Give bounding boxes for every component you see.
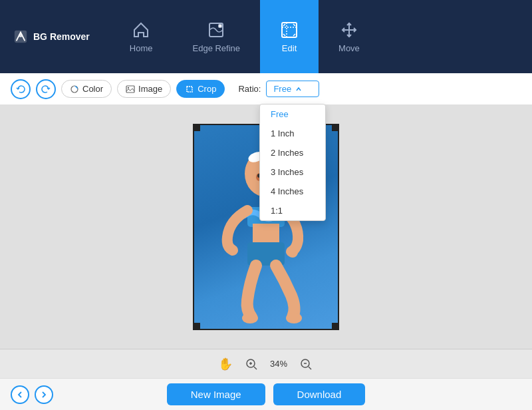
ratio-select-button[interactable]: Free bbox=[266, 81, 319, 97]
hand-tool-icon: ✋ bbox=[218, 357, 233, 371]
svg-point-7 bbox=[128, 87, 129, 88]
move-icon bbox=[340, 21, 358, 39]
svg-rect-8 bbox=[187, 87, 192, 92]
edit-icon bbox=[280, 21, 299, 39]
ratio-option-4inches[interactable]: 4 Inches bbox=[260, 182, 325, 201]
image-button-label: Image bbox=[138, 84, 162, 94]
ratio-option-1inch[interactable]: 1 Inch bbox=[260, 124, 325, 143]
crop-button-label: Crop bbox=[198, 84, 216, 94]
svg-point-1 bbox=[19, 33, 23, 37]
zoom-in-button[interactable] bbox=[243, 356, 259, 372]
nav-tab-home-label: Home bbox=[130, 43, 153, 53]
chevron-right-icon bbox=[40, 391, 48, 399]
header: BG Remover Home Edge Refine bbox=[0, 0, 532, 73]
ratio-option-3inches[interactable]: 3 Inches bbox=[260, 162, 325, 182]
undo-button[interactable] bbox=[11, 79, 31, 99]
crop-handle-tr[interactable] bbox=[332, 124, 338, 131]
crop-handle-br[interactable] bbox=[332, 323, 338, 329]
crop-handle-tl[interactable] bbox=[194, 124, 200, 131]
ratio-option-1:1[interactable]: 1:1 bbox=[260, 201, 325, 220]
crop-button[interactable]: Crop bbox=[176, 80, 225, 98]
chevron-up-icon bbox=[295, 86, 302, 93]
zoom-in-icon bbox=[245, 358, 257, 370]
bottom-action-buttons: New Image Download bbox=[167, 383, 366, 405]
ratio-selected-value: Free bbox=[273, 84, 291, 94]
nav-tab-move[interactable]: Move bbox=[319, 0, 380, 73]
redo-button[interactable] bbox=[36, 79, 56, 99]
zoom-level-display: 34% bbox=[270, 359, 287, 369]
color-button-label: Color bbox=[82, 84, 103, 94]
nav-tabs: Home Edge Refine Edit bbox=[110, 0, 380, 73]
color-icon bbox=[70, 85, 79, 94]
image-icon bbox=[126, 85, 135, 94]
nav-tab-edit-label: Edit bbox=[282, 43, 297, 53]
new-image-button[interactable]: New Image bbox=[167, 383, 265, 405]
app-logo-icon bbox=[13, 29, 28, 44]
home-icon bbox=[132, 21, 150, 39]
app-brand: BG Remover bbox=[13, 29, 90, 44]
prev-arrow-button[interactable] bbox=[11, 385, 29, 404]
image-button[interactable]: Image bbox=[117, 80, 171, 98]
ratio-option-2inches[interactable]: 2 Inches bbox=[260, 143, 325, 162]
ratio-label: Ratio: bbox=[238, 84, 261, 94]
toolbar: Color Image Crop Ratio: Free Free 1 Inch… bbox=[0, 73, 532, 105]
color-button[interactable]: Color bbox=[61, 80, 112, 98]
crop-icon bbox=[185, 85, 194, 94]
ratio-option-free[interactable]: Free bbox=[260, 104, 325, 124]
bottom-bar: New Image Download bbox=[0, 378, 532, 410]
undo-icon bbox=[16, 85, 25, 94]
nav-tab-edge-refine[interactable]: Edge Refine bbox=[173, 0, 261, 73]
nav-tab-move-label: Move bbox=[338, 43, 360, 53]
crop-handle-bl[interactable] bbox=[194, 323, 200, 329]
nav-tab-home[interactable]: Home bbox=[110, 0, 173, 73]
edge-refine-icon bbox=[207, 21, 225, 39]
chevron-left-icon bbox=[16, 391, 24, 399]
app-title: BG Remover bbox=[33, 31, 90, 42]
status-bar: ✋ 34% bbox=[0, 349, 532, 378]
zoom-out-icon bbox=[300, 358, 312, 370]
download-button[interactable]: Download bbox=[273, 383, 366, 405]
next-arrow-button[interactable] bbox=[35, 385, 53, 404]
zoom-out-button[interactable] bbox=[298, 356, 314, 372]
redo-icon bbox=[41, 85, 51, 94]
nav-tab-edit[interactable]: Edit bbox=[260, 0, 319, 73]
nav-tab-edge-refine-label: Edge Refine bbox=[193, 43, 241, 53]
ratio-dropdown: Free 1 Inch 2 Inches 3 Inches 4 Inches 1… bbox=[259, 104, 326, 221]
